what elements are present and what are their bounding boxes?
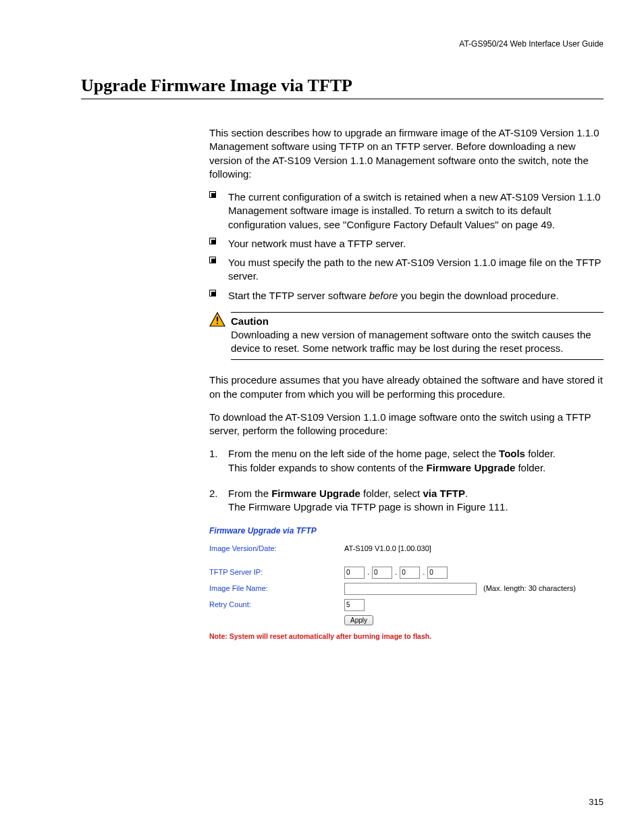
step-text: From the menu on the left side of the ho… xyxy=(228,448,499,459)
bullet-item: Your network must have a TFTP server. xyxy=(209,237,603,251)
step-text-bold: via TFTP xyxy=(423,488,465,499)
caution-text: Downloading a new version of management … xyxy=(231,328,603,361)
page-header: AT-GS950/24 Web Interface User Guide xyxy=(81,39,603,49)
label-tftp-ip: TFTP Server IP: xyxy=(209,568,344,577)
document-page: AT-GS950/24 Web Interface User Guide Upg… xyxy=(0,0,644,834)
reset-note: Note: System will reset automatically af… xyxy=(209,632,603,641)
tftp-ip-octet-2[interactable] xyxy=(372,567,392,579)
bullet-text-pre: Start the TFTP server software xyxy=(228,290,369,301)
step-text: . xyxy=(465,488,468,499)
bullet-list: The current configuration of a switch is… xyxy=(209,190,603,303)
step-2: 2. From the Firmware Upgrade folder, sel… xyxy=(209,487,603,515)
step-text-bold: Tools xyxy=(499,448,525,459)
step-number: 2. xyxy=(209,487,218,500)
step-text: This folder expands to show contents of … xyxy=(228,462,427,473)
firmware-upgrade-screenshot: Firmware Upgrade via TFTP Image Version/… xyxy=(209,526,603,640)
page-title: Upgrade Firmware Image via TFTP xyxy=(81,76,603,99)
assumption-paragraph: This procedure assumes that you have alr… xyxy=(209,373,603,401)
tftp-ip-group: . . . xyxy=(344,567,448,579)
bullet-text-post: you begin the download procedure. xyxy=(398,290,559,301)
step-text-bold: Firmware Upgrade xyxy=(427,462,516,473)
apply-button[interactable]: Apply xyxy=(344,615,373,625)
ip-dot: . xyxy=(423,568,425,577)
label-image-version: Image Version/Date: xyxy=(209,544,344,553)
bullet-item: Start the TFTP server software before yo… xyxy=(209,289,603,303)
bullet-text: Your network must have a TFTP server. xyxy=(228,238,406,249)
step-text: folder. xyxy=(525,448,556,459)
step-text: folder, select xyxy=(360,488,423,499)
bullet-icon xyxy=(209,191,216,198)
procedure-intro: To download the AT-S109 Version 1.1.0 im… xyxy=(209,411,603,438)
caution-block: Caution Downloading a new version of man… xyxy=(209,312,603,361)
label-retry-count: Retry Count: xyxy=(209,600,344,609)
caution-label: Caution xyxy=(231,312,603,327)
label-image-file: Image File Name: xyxy=(209,584,344,593)
bullet-item: You must specify the path to the new AT-… xyxy=(209,256,603,284)
bullet-text: You must specify the path to the new AT-… xyxy=(228,257,601,282)
row-image-version: Image Version/Date: AT-S109 V1.0.0 [1.00… xyxy=(209,544,603,553)
tftp-ip-octet-4[interactable] xyxy=(427,567,448,579)
ip-dot: . xyxy=(395,568,397,577)
bullet-icon xyxy=(209,238,216,244)
intro-paragraph: This section describes how to upgrade an… xyxy=(209,126,603,181)
row-image-file: Image File Name: (Max. length: 30 charac… xyxy=(209,583,603,595)
warning-icon xyxy=(209,312,225,327)
row-retry-count: Retry Count: xyxy=(209,599,603,611)
bullet-icon xyxy=(209,257,216,263)
bullet-text-emph: before xyxy=(369,290,398,301)
tftp-ip-octet-3[interactable] xyxy=(400,567,420,579)
svg-rect-2 xyxy=(217,323,218,324)
step-text: folder. xyxy=(515,462,545,473)
bullet-text: The current configuration of a switch is… xyxy=(228,191,601,230)
step-text: From the xyxy=(228,488,271,499)
bullet-item: The current configuration of a switch is… xyxy=(209,190,603,232)
bullet-icon xyxy=(209,290,216,296)
image-file-input[interactable] xyxy=(344,583,477,595)
tftp-ip-octet-1[interactable] xyxy=(344,567,365,579)
value-image-version: AT-S109 V1.0.0 [1.00.030] xyxy=(344,544,431,553)
retry-count-input[interactable] xyxy=(344,599,365,611)
page-number: 315 xyxy=(589,797,603,807)
max-length-note: (Max. length: 30 characters) xyxy=(483,584,576,593)
screenshot-title: Firmware Upgrade via TFTP xyxy=(209,526,603,536)
step-text-bold: Firmware Upgrade xyxy=(271,488,360,499)
body-content: This section describes how to upgrade an… xyxy=(209,126,603,640)
step-text: The Firmware Upgrade via TFTP page is sh… xyxy=(228,501,508,513)
step-number: 1. xyxy=(209,447,218,461)
row-tftp-ip: TFTP Server IP: . . . xyxy=(209,567,603,579)
ip-dot: . xyxy=(367,568,369,577)
step-1: 1. From the menu on the left side of the… xyxy=(209,447,603,475)
svg-rect-1 xyxy=(217,317,218,321)
